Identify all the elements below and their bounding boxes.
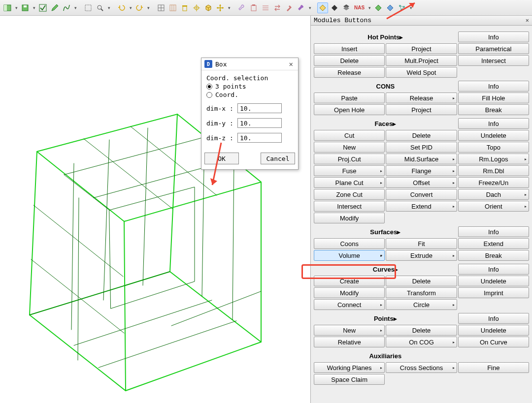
cmd-project[interactable]: Project bbox=[386, 104, 457, 115]
cmd-new[interactable]: New▸ bbox=[314, 325, 385, 336]
cmd-release[interactable]: Release▸ bbox=[386, 93, 457, 103]
select-box-icon[interactable] bbox=[83, 2, 94, 13]
cmd-rm-dbl[interactable]: Rm.Dbl bbox=[458, 165, 529, 176]
cmd-delete[interactable]: Delete bbox=[386, 325, 457, 336]
section-header[interactable]: Curves▸ bbox=[314, 264, 457, 275]
info-button[interactable]: Info bbox=[458, 264, 529, 275]
cmd-break[interactable]: Break bbox=[458, 104, 529, 115]
clipboard-icon[interactable] bbox=[248, 2, 259, 13]
cmd-open-hole[interactable]: Open Hole bbox=[314, 104, 385, 115]
target-icon[interactable] bbox=[191, 2, 202, 13]
curve-icon[interactable] bbox=[61, 2, 72, 13]
cmd-fuse[interactable]: Fuse▸ bbox=[314, 165, 385, 176]
cmd-project[interactable]: Project bbox=[386, 43, 457, 54]
cmd-cut[interactable]: Cut bbox=[314, 130, 385, 141]
cmd-delete[interactable]: Delete bbox=[386, 130, 457, 141]
info-button[interactable]: Info bbox=[458, 31, 529, 42]
chevron-down-icon[interactable]: ▾ bbox=[73, 2, 78, 13]
cmd-intersect[interactable]: Intersect bbox=[458, 55, 529, 66]
cmd-delete[interactable]: Delete bbox=[386, 276, 457, 286]
cmd-intersect[interactable]: Intersect bbox=[314, 201, 385, 212]
cmd-space-claim[interactable]: Space Claim bbox=[314, 374, 385, 385]
zoom-icon[interactable] bbox=[95, 2, 105, 13]
cube-icon[interactable] bbox=[203, 2, 214, 13]
cmd-parametrical[interactable]: Parametrical bbox=[458, 43, 529, 54]
panel-icon[interactable] bbox=[2, 2, 13, 13]
info-button[interactable]: Info bbox=[458, 81, 529, 92]
cmd-freeze-un[interactable]: Freeze/Un bbox=[458, 177, 529, 188]
cmd-mult-project[interactable]: Mult.Project bbox=[386, 55, 457, 66]
panel-titlebar[interactable]: Modules Buttons ✕ bbox=[311, 16, 532, 26]
cmd-imprint[interactable]: Imprint bbox=[458, 287, 529, 298]
cmd-modify[interactable]: Modify bbox=[314, 287, 385, 298]
cmd-orient[interactable]: Orient▸ bbox=[458, 201, 529, 212]
radio-coord[interactable]: Coord. bbox=[206, 91, 293, 98]
chevron-down-icon[interactable]: ▾ bbox=[14, 2, 19, 13]
chevron-down-icon[interactable]: ▾ bbox=[128, 2, 133, 13]
dimx-input[interactable] bbox=[237, 103, 282, 113]
section-header[interactable]: Auxiliaries bbox=[314, 350, 457, 361]
cmd-topo[interactable]: Topo bbox=[458, 142, 529, 153]
cmd-insert[interactable]: Insert bbox=[314, 43, 385, 54]
move-icon[interactable] bbox=[215, 2, 226, 13]
info-button[interactable]: Info bbox=[458, 313, 529, 324]
align-icon[interactable] bbox=[260, 2, 271, 13]
diamond-blue-icon[interactable] bbox=[385, 2, 396, 13]
cmd-modify[interactable]: Modify bbox=[314, 213, 385, 223]
wrench2-icon[interactable] bbox=[296, 2, 306, 13]
grid-icon[interactable] bbox=[156, 2, 166, 13]
dialog-titlebar[interactable]: D Box ✕ bbox=[201, 58, 298, 70]
cmd-relative[interactable]: Relative bbox=[314, 337, 385, 347]
cmd-offset[interactable]: Offset▸ bbox=[386, 177, 457, 188]
cmd-working-planes[interactable]: Working Planes▸ bbox=[314, 362, 385, 373]
close-icon[interactable]: ✕ bbox=[287, 60, 295, 68]
cmd-volume[interactable]: Volume▸▾ bbox=[314, 250, 385, 261]
diamond-green-icon[interactable] bbox=[373, 2, 384, 13]
chevron-down-icon[interactable]: ▾ bbox=[307, 2, 312, 13]
cmd-set-pid[interactable]: Set PID bbox=[386, 142, 457, 153]
cmd-delete[interactable]: Delete bbox=[314, 55, 385, 66]
redo-icon[interactable] bbox=[134, 2, 145, 13]
cmd-plane-cut[interactable]: Plane Cut▸ bbox=[314, 177, 385, 188]
cmd-paste[interactable]: Paste bbox=[314, 93, 385, 103]
cmd-extend[interactable]: Extend▸ bbox=[386, 201, 457, 212]
cmd-flange[interactable]: Flange▸ bbox=[386, 165, 457, 176]
section-header[interactable]: Points▸ bbox=[314, 313, 457, 324]
cmd-weld-spot[interactable]: Weld Spot bbox=[386, 67, 457, 78]
cmd-extrude[interactable]: Extrude▸ bbox=[386, 250, 457, 261]
section-header[interactable]: Faces▸ bbox=[314, 118, 457, 129]
radio-3points[interactable]: 3 points bbox=[206, 83, 293, 90]
diamond-black-icon[interactable] bbox=[329, 2, 340, 13]
cmd-dach[interactable]: Dach▸ bbox=[458, 189, 529, 200]
nas-label[interactable]: NAS bbox=[353, 2, 366, 13]
dimz-input[interactable] bbox=[237, 133, 282, 143]
swap-icon[interactable] bbox=[272, 2, 283, 13]
section-header[interactable]: Surfaces▸ bbox=[314, 226, 457, 237]
chevron-down-icon[interactable]: ▾ bbox=[146, 2, 151, 13]
cmd-undelete[interactable]: Undelete bbox=[458, 325, 529, 336]
cmd-zone-cut[interactable]: Zone Cut bbox=[314, 189, 385, 200]
diamond-stack-icon[interactable] bbox=[341, 2, 352, 13]
hammer-icon[interactable] bbox=[284, 2, 295, 13]
chevron-down-icon[interactable]: ▾ bbox=[106, 2, 111, 13]
cmd-mid-surface[interactable]: Mid.Surface▸ bbox=[386, 154, 457, 164]
dimy-input[interactable] bbox=[237, 118, 282, 128]
grid2-icon[interactable] bbox=[167, 2, 178, 13]
close-icon[interactable]: ✕ bbox=[526, 17, 529, 24]
info-button[interactable]: Info bbox=[458, 118, 529, 129]
section-header[interactable]: Hot Points▸ bbox=[314, 31, 457, 42]
check-icon[interactable] bbox=[37, 2, 48, 13]
cmd-cross-sections[interactable]: Cross Sections▸ bbox=[386, 362, 457, 373]
diamond-yellow-icon[interactable] bbox=[317, 2, 328, 13]
cmd-fit[interactable]: Fit bbox=[386, 238, 457, 249]
cancel-button[interactable]: Cancel bbox=[261, 153, 295, 164]
cmd-rm-logos[interactable]: Rm.Logos▸ bbox=[458, 154, 529, 164]
trash-icon[interactable] bbox=[179, 2, 190, 13]
wrench-icon[interactable] bbox=[236, 2, 247, 13]
info-button[interactable]: Info bbox=[458, 226, 529, 237]
cmd-create[interactable]: Create bbox=[314, 276, 385, 286]
chevron-down-icon[interactable]: ▾ bbox=[367, 2, 372, 13]
cmd-circle[interactable]: Circle▸ bbox=[386, 299, 457, 310]
chevron-down-icon[interactable]: ▾ bbox=[227, 2, 232, 13]
chevron-down-icon[interactable]: ▾ bbox=[32, 2, 36, 13]
